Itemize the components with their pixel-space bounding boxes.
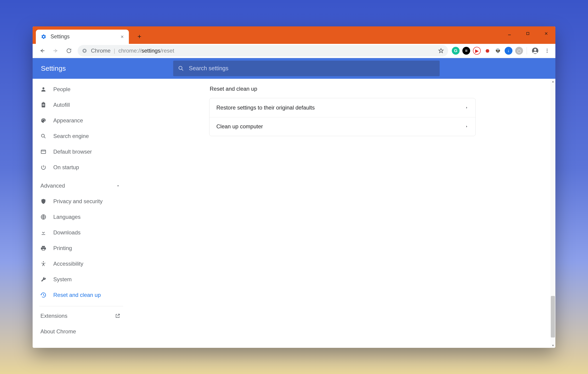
vertical-scrollbar[interactable]: ▴ ▾ [550, 79, 555, 348]
sidebar-item-label: Search engine [53, 133, 89, 139]
settings-header: Settings [33, 58, 555, 79]
chevron-right-icon [465, 125, 469, 128]
sidebar-item-label: System [53, 276, 72, 283]
sidebar-item-privacy[interactable]: Privacy and security [33, 194, 130, 209]
sidebar-item-label: Privacy and security [53, 198, 103, 205]
extension-icons: G≡▶⬣👽↓◌ [452, 47, 523, 55]
buffer-icon[interactable]: ≡ [462, 47, 470, 55]
person-icon [41, 86, 53, 92]
download-icon[interactable]: ↓ [505, 47, 513, 55]
ublock-icon[interactable]: ⬣ [483, 47, 491, 55]
history-icon [41, 292, 53, 298]
chevron-right-icon [465, 106, 469, 110]
window-icon [41, 149, 53, 155]
advanced-label: Advanced [41, 183, 65, 189]
sidebar-item-label: On startup [53, 164, 79, 171]
svg-point-7 [547, 52, 547, 53]
sidebar-item-languages[interactable]: Languages [33, 209, 130, 225]
tab-title: Settings [51, 33, 70, 40]
sidebar-item-autofill[interactable]: Autofill [33, 97, 130, 113]
settings-row[interactable]: Clean up computer [210, 117, 475, 136]
power-icon [41, 164, 53, 170]
search-icon [41, 133, 53, 139]
svg-point-12 [43, 261, 44, 262]
omnibox-url-prefix: chrome:// [118, 48, 141, 54]
sidebar-item-search[interactable]: Search engine [33, 128, 130, 144]
omnibox-url-path: /reset [160, 48, 174, 54]
kebab-menu-button[interactable] [541, 45, 553, 57]
globe-icon [41, 214, 53, 220]
open-external-icon [115, 313, 120, 319]
sidebar-item-people[interactable]: People [33, 82, 130, 97]
download-icon [41, 229, 53, 236]
shield-icon [41, 198, 53, 204]
scroll-thumb[interactable] [551, 296, 555, 337]
scroll-up-arrow-icon[interactable]: ▴ [552, 79, 554, 84]
sidebar-link-about[interactable]: About Chrome [33, 324, 130, 339]
reddit-icon[interactable]: 👽 [494, 47, 502, 55]
clipboard-icon [41, 102, 53, 108]
search-icon [178, 65, 184, 72]
sidebar-item-label: Languages [53, 214, 81, 220]
profile-avatar-button[interactable] [529, 45, 541, 57]
window-close-button[interactable] [537, 26, 555, 41]
bookmark-star-icon[interactable] [438, 48, 444, 54]
sidebar-item-accessibility[interactable]: Accessibility [33, 256, 130, 272]
sidebar-item-label: Appearance [53, 117, 83, 124]
svg-rect-0 [527, 32, 529, 35]
section-title: Reset and clean up [210, 86, 476, 92]
tab-close-button[interactable] [119, 34, 125, 40]
window-minimize-button[interactable] [500, 26, 519, 41]
sidebar-item-printing[interactable]: Printing [33, 240, 130, 256]
sidebar-item-startup[interactable]: On startup [33, 160, 130, 175]
sidebar-item-label: Reset and clean up [53, 292, 101, 298]
sidebar-item-reset[interactable]: Reset and clean up [33, 287, 130, 303]
settings-main: Reset and clean up Restore settings to t… [130, 79, 555, 348]
youtube-icon[interactable]: ▶ [473, 47, 481, 55]
reload-button[interactable] [63, 45, 75, 57]
sidebar-item-label: People [53, 86, 71, 93]
sidebar-section-advanced[interactable]: Advanced [33, 178, 130, 194]
omnibox-url-host: settings [141, 48, 160, 54]
address-bar[interactable]: Chrome | chrome://settings/reset [78, 45, 448, 56]
settings-gear-icon [41, 33, 47, 40]
sidebar-item-downloads[interactable]: Downloads [33, 225, 130, 240]
svg-point-4 [534, 49, 536, 51]
sidebar-item-label: Accessibility [53, 260, 83, 267]
chrome-chip-icon [82, 48, 87, 53]
new-tab-button[interactable] [134, 31, 145, 42]
page-title: Settings [41, 64, 66, 72]
svg-rect-10 [41, 150, 46, 153]
omnibox-chip-label: Chrome [91, 48, 110, 54]
reset-card: Restore settings to their original defau… [209, 98, 476, 136]
settings-search[interactable] [173, 61, 440, 76]
svg-point-8 [179, 66, 182, 69]
settings-row[interactable]: Restore settings to their original defau… [210, 98, 475, 117]
svg-point-9 [41, 134, 44, 137]
sidebar-item-label: Downloads [53, 229, 81, 236]
chevron-up-icon [116, 183, 120, 188]
palette-icon [41, 118, 53, 124]
wrench-icon [41, 276, 53, 282]
settings-search-input[interactable] [189, 65, 435, 72]
browser-tab[interactable]: Settings [36, 30, 129, 44]
svg-point-5 [547, 49, 547, 50]
accessibility-icon [41, 261, 53, 267]
sidebar-item-label: Printing [53, 245, 72, 251]
sidebar-link-extensions[interactable]: Extensions [33, 308, 130, 324]
toolbar: Chrome | chrome://settings/reset G≡▶⬣👽↓◌ [33, 44, 555, 58]
settings-row-label: Clean up computer [216, 123, 263, 130]
settings-sidebar: PeopleAutofillAppearanceSearch engineDef… [33, 79, 130, 348]
sidebar-item-appearance[interactable]: Appearance [33, 113, 130, 128]
print-icon [41, 245, 53, 251]
scroll-down-arrow-icon[interactable]: ▾ [552, 343, 554, 348]
titlebar: Settings [33, 26, 555, 44]
sidebar-item-default[interactable]: Default browser [33, 144, 130, 160]
forward-button[interactable] [50, 45, 62, 57]
grammarly-icon[interactable]: G [452, 47, 460, 55]
settings-row-label: Restore settings to their original defau… [216, 104, 315, 111]
disabled-ext-icon[interactable]: ◌ [515, 47, 523, 55]
back-button[interactable] [36, 45, 48, 57]
sidebar-item-system[interactable]: System [33, 272, 130, 287]
window-maximize-button[interactable] [519, 26, 537, 41]
